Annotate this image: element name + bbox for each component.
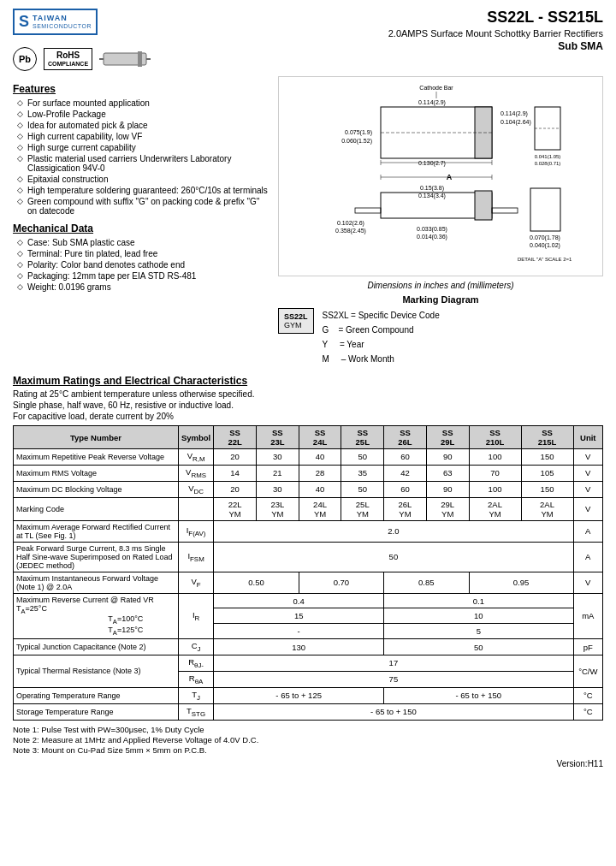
left-column: Features For surface mounted application… — [13, 76, 270, 366]
feature-item: High temperature soldering guaranteed: 2… — [17, 186, 270, 195]
version-label: Version:H11 — [13, 759, 603, 768]
ratings-table: Type Number Symbol SS22L SS23L SS24L SS2… — [13, 425, 603, 721]
chip-line2: GYM — [284, 321, 308, 329]
val-mark-22l: 22LYM — [214, 497, 257, 520]
feature-item: Low-Profile Package — [17, 110, 270, 119]
header: S TAIWAN SEMICONDUCTOR Pb RoHS COMPLIANC… — [13, 9, 603, 72]
val-vrm-23l: 30 — [256, 449, 299, 466]
chip-line1: SS22L — [284, 312, 308, 321]
symbol-ifsm: IFSM — [178, 542, 213, 572]
val-vrm-215l: 150 — [521, 449, 573, 466]
marking-legend: SS2XL = Specific Device Code G = Green C… — [323, 308, 440, 366]
svg-rect-24 — [355, 208, 381, 213]
svg-rect-25 — [492, 208, 518, 213]
val-mark-23l: 23LYM — [256, 497, 299, 520]
val-ir-100: 15 — [214, 608, 384, 624]
unit-marking: V — [573, 497, 602, 520]
table-row: Maximum Instantaneous Forward Voltage (N… — [14, 572, 603, 593]
unit-ir: mA — [573, 593, 602, 638]
val-vrm-24l: 40 — [299, 449, 341, 466]
component-illustration — [99, 46, 151, 72]
ratings-note-2: Single phase, half wave, 60 Hz, resistiv… — [13, 400, 603, 410]
svg-rect-3 — [138, 51, 142, 67]
feature-item: Green compound with suffix "G" on packin… — [17, 197, 270, 216]
logo-area: S TAIWAN SEMICONDUCTOR Pb RoHS COMPLIANC… — [13, 9, 151, 72]
symbol-marking — [178, 497, 213, 520]
val-rtha: 75 — [214, 671, 573, 687]
symbol-cj: CJ — [178, 639, 213, 655]
part-package: Sub SMA — [388, 40, 603, 52]
val-vrm-25l: 50 — [341, 449, 384, 466]
feature-item: High surge current capability — [17, 143, 270, 152]
dimensions-caption: Dimensions in inches and (millimeters) — [278, 281, 603, 290]
marking-diagram: Marking Diagram SS22L GYM SS2XL = Specif… — [278, 294, 603, 366]
svg-text:0.114(2.9): 0.114(2.9) — [500, 110, 528, 117]
mechanical-list: Case: Sub SMA plastic case Terminal: Pur… — [13, 238, 270, 292]
footnotes: Note 1: Pulse Test with PW=300μsec, 1% D… — [13, 725, 603, 755]
val-cj-1: 130 — [214, 639, 384, 655]
table-row: Storage Temperature Range TSTG - 65 to +… — [14, 703, 603, 720]
unit-cj: pF — [573, 639, 602, 655]
marking-content: SS22L GYM SS2XL = Specific Device Code G… — [278, 308, 603, 366]
param-tstg: Storage Temperature Range — [14, 703, 179, 720]
svg-text:0.060(1.52): 0.060(1.52) — [341, 138, 372, 145]
right-column: Cathode Bar 0.114(2.9) 0.130(2.7) 0.075(… — [278, 76, 603, 366]
val-vrm-210l: 100 — [469, 449, 521, 466]
param-ifsm: Peak Forward Surge Current, 8.3 ms Singl… — [14, 542, 179, 572]
svg-text:0.040(1.02): 0.040(1.02) — [530, 242, 560, 249]
col-header-ss215l: SS215L — [521, 426, 573, 449]
svg-text:0.104(2.64): 0.104(2.64) — [500, 119, 531, 126]
col-header-ss210l: SS210L — [469, 426, 521, 449]
svg-text:0.114(2.9): 0.114(2.9) — [418, 99, 446, 106]
logo-taiwan: TAIWAN — [33, 15, 92, 23]
table-row: Typical Thermal Resistance (Note 3) RθJ-… — [14, 655, 603, 671]
col-header-ss25l: SS25L — [341, 426, 384, 449]
val-mark-215l: 2ALYM — [521, 497, 573, 520]
val-vf-3: 0.85 — [384, 572, 469, 593]
table-row: Maximum DC Blocking Voltage VDC 20 30 40… — [14, 481, 603, 497]
company-logo: S TAIWAN SEMICONDUCTOR — [13, 9, 98, 35]
logo-icon: S — [19, 13, 29, 31]
dim-svg: Cathode Bar 0.114(2.9) 0.130(2.7) 0.075(… — [304, 81, 578, 270]
feature-item: Idea for automated pick & place — [17, 121, 270, 130]
val-vf-2: 0.70 — [299, 572, 383, 593]
table-row: Maximum Reverse Current @ Rated VR TA=25… — [14, 593, 603, 608]
part-description: 2.0AMPS Surface Mount Schottky Barrier R… — [388, 28, 603, 39]
part-number: SS22L - SS215L — [388, 9, 603, 27]
table-row: Maximum Average Forward Rectified Curren… — [14, 520, 603, 542]
val-ir-25b: 0.1 — [384, 593, 573, 608]
mechanical-item: Case: Sub SMA plastic case — [17, 238, 270, 247]
col-header-type: Type Number — [14, 426, 179, 449]
symbol-rthj: RθJ- — [178, 655, 213, 671]
col-header-ss22l: SS22L — [214, 426, 257, 449]
svg-text:0.130(2.7): 0.130(2.7) — [418, 160, 446, 167]
val-mark-26l: 26LYM — [384, 497, 427, 520]
param-rth: Typical Thermal Resistance (Note 3) — [14, 655, 179, 687]
features-list: For surface mounted application Low-Prof… — [13, 98, 270, 216]
param-vrm: Maximum Repetitive Peak Reverse Voltage — [14, 449, 179, 466]
table-row: Maximum Repetitive Peak Reverse Voltage … — [14, 449, 603, 466]
ratings-note-3: For capacitive load, derate current by 2… — [13, 412, 603, 421]
val-ifsm: 50 — [214, 542, 573, 572]
footnote-3: Note 3: Mount on Cu-Pad Size 5mm × 5mm o… — [13, 745, 603, 755]
val-ir-25: 0.4 — [214, 593, 384, 608]
param-ifav: Maximum Average Forward Rectified Curren… — [14, 520, 179, 542]
table-row: Marking Code 22LYM 23LYM 24LYM 25LYM 26L… — [14, 497, 603, 520]
rohs-badge: RoHS COMPLIANCE — [44, 48, 92, 70]
ratings-section: Maximum Ratings and Electrical Character… — [13, 375, 603, 768]
svg-text:0.028(0.71): 0.028(0.71) — [535, 161, 561, 166]
svg-rect-32 — [530, 188, 560, 231]
svg-text:0.075(1.9): 0.075(1.9) — [345, 129, 372, 136]
col-header-ss26l: SS26L — [384, 426, 427, 449]
unit-vf: V — [573, 572, 602, 593]
symbol-tj: TJ — [178, 687, 213, 703]
svg-text:0.134(3.4): 0.134(3.4) — [418, 193, 446, 199]
val-mark-29l: 29LYM — [426, 497, 469, 520]
param-tj: Operating Temperature Range — [14, 687, 179, 703]
symbol-rtha: RθA — [178, 671, 213, 687]
svg-text:Cathode Bar: Cathode Bar — [419, 85, 453, 91]
param-marking: Marking Code — [14, 497, 179, 520]
feature-item: Epitaxial construction — [17, 175, 270, 184]
legend-item: M – Work Month — [323, 352, 440, 366]
ratings-note-1: Rating at 25°C ambient temperature unles… — [13, 389, 603, 399]
